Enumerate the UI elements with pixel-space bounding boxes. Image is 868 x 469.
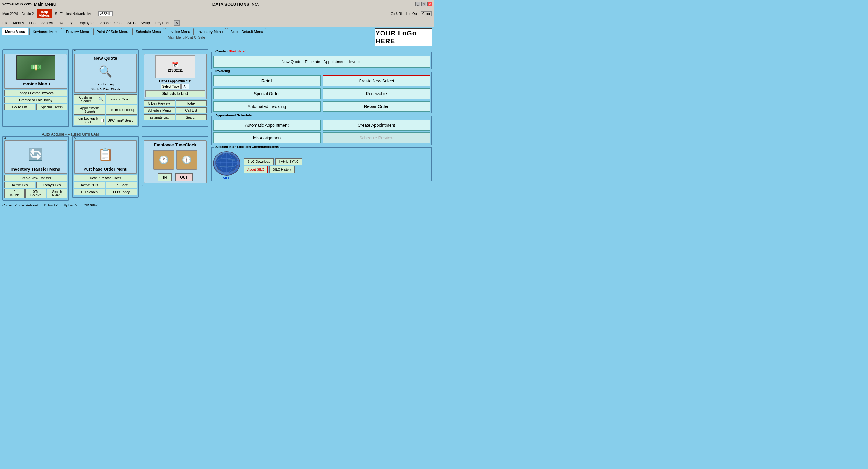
menu-close-x[interactable]: ✕ — [174, 20, 180, 26]
close-button[interactable]: ✕ — [428, 2, 432, 6]
special-orders-button[interactable]: Special Orders — [36, 104, 68, 110]
tab-preview-menu[interactable]: Preview Menu — [63, 28, 92, 35]
po-row3: PO Search PO's Today — [74, 189, 137, 195]
call-list-button[interactable]: Call List — [176, 107, 207, 113]
silc-download-button[interactable]: SILC Download — [244, 158, 274, 165]
menu-inventory[interactable]: Inventory — [58, 21, 72, 25]
panel-4-title-area[interactable]: 🔄 Inventory Transfer Menu — [4, 140, 67, 174]
panel-2-title-area[interactable]: New Quote 🔍 Item Lookup Stock & Price Ch… — [74, 54, 137, 93]
to-ship-button[interactable]: 0To Ship — [4, 189, 25, 198]
tab-select-default[interactable]: Select Default Menu — [227, 28, 266, 35]
panel-5-title-area[interactable]: 📋 Purchase Order Menu — [74, 140, 137, 174]
schedule-preview-button[interactable]: Schedule Preview — [323, 133, 431, 143]
tab-schedule-menu[interactable]: Schedule Menu — [132, 28, 164, 35]
hybrid-sync-button[interactable]: Hybrid SYNC — [275, 158, 302, 165]
day-preview-button[interactable]: 5 Day Preview — [144, 100, 175, 107]
create-new-select-button[interactable]: Create New Select — [323, 76, 431, 86]
sq-buttons: Customer Search 🔍 Invoice Search Appoint… — [74, 94, 137, 125]
in-stock-checkbox[interactable] — [101, 119, 103, 122]
appt-search-button[interactable]: Search — [176, 114, 207, 120]
go-url-link[interactable]: Go URL — [391, 12, 403, 16]
panel-1-title-area[interactable]: 💵 Invoice Menu — [4, 54, 67, 89]
schedule-list-box[interactable]: Schedule List — [146, 90, 205, 97]
silc-history-button[interactable]: SILC History — [269, 166, 295, 173]
todays-tx-button[interactable]: Today's Tx's — [36, 182, 68, 188]
menu-lists[interactable]: Lists — [29, 21, 36, 25]
maximize-button[interactable]: □ — [422, 2, 426, 6]
special-order-button[interactable]: Special Order — [213, 88, 321, 99]
help-videos-button[interactable]: Help Videos — [37, 9, 52, 18]
schedule-menu-button[interactable]: Schedule Menu — [144, 107, 175, 113]
to-receive-button[interactable]: 0 To Receive — [26, 189, 46, 198]
automatic-appointment-button[interactable]: Automatic Appointment — [213, 120, 321, 131]
go-list-button[interactable]: Go To List — [4, 104, 35, 110]
menu-search[interactable]: Search — [41, 21, 53, 25]
color-btn[interactable]: Color — [421, 11, 432, 16]
receivable-button[interactable]: Receivable — [323, 88, 431, 99]
panel-3-title-area[interactable]: 📅 12/30/2021 List All Appointments: Sele… — [144, 54, 207, 99]
search-rma-button[interactable]: SearchRMA/O — [47, 189, 67, 198]
invoicing-label: Invoicing — [214, 69, 231, 73]
appt-all-label[interactable]: All — [182, 84, 190, 89]
po-search-button[interactable]: PO Search — [74, 189, 105, 195]
retail-button[interactable]: Retail — [213, 76, 321, 86]
new-quote-invoice-button[interactable]: New Quote - Estimate - Appointment - Inv… — [213, 56, 430, 68]
menu-menus[interactable]: Menus — [13, 21, 24, 25]
appointment-search-button[interactable]: Appointment Search — [74, 105, 105, 115]
job-assignment-button[interactable]: Job Assignment — [213, 133, 321, 143]
item-lookup-instock-button[interactable]: Item Lookup In Stock — [74, 116, 105, 125]
automated-invoicing-button[interactable]: Automated Invoicing — [213, 101, 321, 112]
invoice-search-button[interactable]: Invoice Search — [106, 94, 137, 104]
panel-purchase-order: 5 📋 Purchase Order Menu New Purchase Ord… — [72, 136, 139, 198]
tab-invoice-menu[interactable]: Invoice Menu — [165, 28, 193, 35]
logout-link[interactable]: Log Out — [406, 12, 418, 16]
version-box: v6824H — [98, 11, 113, 16]
minimize-button[interactable]: _ — [415, 2, 420, 6]
active-pos-button[interactable]: Active PO's — [74, 182, 105, 188]
pos-today-button[interactable]: PO's Today — [106, 189, 137, 195]
posted-invoices-button[interactable]: Today's Posted Invoices — [4, 90, 67, 96]
panel-6-title-area[interactable]: Employee TimeClock 🕐 🕕 IN OUT — [144, 140, 207, 183]
data-solutions-title: DATA SOLUTIONS INC. — [56, 2, 415, 7]
panel-2-number: 2 — [74, 50, 76, 53]
silc-section: SoftSell Inter Location Communications — [212, 147, 432, 181]
menu-silc[interactable]: SILC — [127, 21, 135, 25]
menu-employees[interactable]: Employees — [77, 21, 95, 25]
repair-order-button[interactable]: Repair Order — [323, 101, 431, 112]
silc-row2: About SILC SILC History — [244, 166, 302, 173]
menu-file[interactable]: File — [2, 21, 8, 25]
to-place-button[interactable]: To Place — [106, 182, 137, 188]
timeclock-out-button[interactable]: OUT — [175, 173, 192, 181]
tab-menu-menu[interactable]: Menu Menu — [2, 28, 29, 35]
tab-inventory-menu[interactable]: Inventory Menu — [194, 28, 226, 35]
menu-appointments[interactable]: Appointments — [100, 21, 122, 25]
tab-pos-menu[interactable]: Point Of Sale Menu — [93, 28, 131, 35]
create-appointment-button[interactable]: Create Appointment — [323, 120, 431, 131]
panels-grid: 1 💵 Invoice Menu Today's Posted Invoices… — [2, 50, 209, 201]
active-tx-button[interactable]: Active Tx's — [4, 182, 35, 188]
panel-5-title: Purchase Order Menu — [83, 167, 128, 172]
silc-globe-label: SILC — [223, 176, 230, 180]
today-button[interactable]: Today — [176, 100, 207, 107]
about-silc-button[interactable]: About SILC — [244, 166, 268, 173]
appt-schedule-label: Appointment Schedule — [214, 113, 253, 117]
list-all-label: List All Appointments: — [159, 79, 191, 83]
created-paid-button[interactable]: Created or Paid Today — [4, 97, 67, 103]
panel-4-title: Inventory Transfer Menu — [11, 167, 61, 172]
new-po-button[interactable]: New Purchase Order — [74, 175, 137, 181]
timeclock-in-button[interactable]: IN — [158, 173, 172, 181]
appt-date: 12/30/2021 — [167, 68, 183, 72]
menu-dayend[interactable]: Day End — [155, 21, 169, 25]
tab-keyboard-menu[interactable]: Keyboard Menu — [29, 28, 62, 35]
panel-3-number: 3 — [144, 50, 146, 53]
silc-buttons: SILC Download Hybrid SYNC About SILC SIL… — [244, 158, 302, 173]
item-index-lookup-button[interactable]: Item Index Lookup — [106, 105, 137, 115]
logo-text: YOUR LoGo HERE — [375, 29, 432, 45]
customer-search-button[interactable]: Customer Search 🔍 — [74, 94, 105, 104]
transfer-image: 🔄 — [16, 142, 56, 167]
select-type-label[interactable]: Select Type — [161, 84, 181, 89]
upc-search-button[interactable]: UPC/Item# Search — [106, 116, 137, 125]
menu-setup[interactable]: Setup — [141, 21, 150, 25]
create-new-transfer-button[interactable]: Create New Transfer — [4, 175, 67, 181]
estimate-list-button[interactable]: Estimate List — [144, 114, 175, 120]
